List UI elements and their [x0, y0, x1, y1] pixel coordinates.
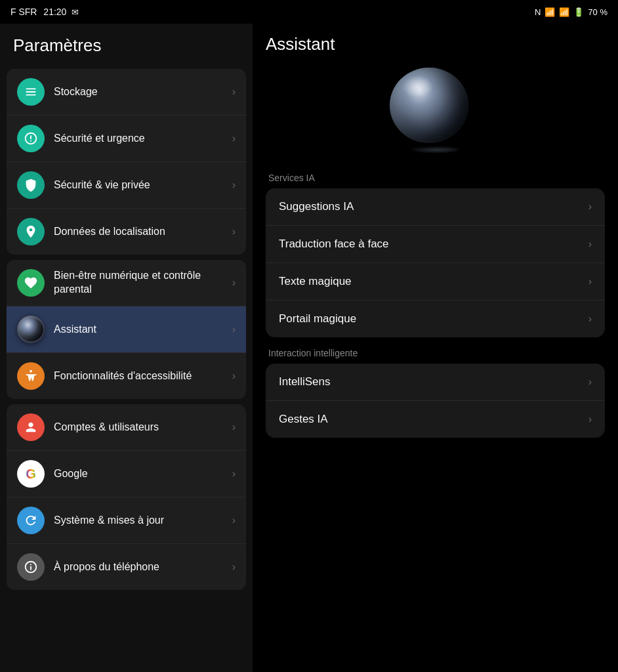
sidebar-item-localisation-label: Données de localisation: [54, 225, 232, 239]
sidebar-item-google-label: Google: [54, 467, 232, 481]
assistant-icon: [17, 316, 45, 343]
orb-sphere: [390, 68, 468, 143]
intellisens-label: IntelliSens: [279, 375, 588, 388]
sidebar-item-systeme-label: Système & mises à jour: [54, 514, 232, 528]
assistant-content: Assistant Services IA Suggestions IA › T…: [253, 24, 618, 672]
status-bar: F SFR 21:20 ✉ N 📶 📶 🔋 70 %: [0, 0, 618, 24]
sidebar-item-securite-urgence-label: Sécurité et urgence: [54, 132, 232, 146]
portail-magique-label: Portail magique: [279, 312, 588, 326]
securite-vie-icon: [17, 171, 45, 199]
chevron-icon: ›: [232, 468, 236, 480]
interaction-group: IntelliSens › Gestes IA ›: [266, 364, 605, 438]
sidebar-item-systeme[interactable]: Système & mises à jour ›: [7, 497, 246, 544]
sidebar-title: Paramètres: [0, 24, 253, 66]
sidebar-item-accessibilite-label: Fonctionnalités d'accessibilité: [54, 369, 232, 383]
sidebar-item-google[interactable]: G Google ›: [7, 451, 246, 497]
sidebar-group-2: Bien-être numérique et contrôle parental…: [7, 260, 246, 399]
section-interaction-label: Interaction intelligente: [268, 348, 605, 358]
sidebar-item-assistant-label: Assistant: [54, 323, 232, 337]
sidebar-item-localisation[interactable]: Données de localisation ›: [7, 209, 246, 255]
sidebar-group-3: Comptes & utilisateurs › G Google › Syst…: [7, 404, 246, 590]
accessibilite-icon: [17, 362, 45, 390]
a-propos-icon: [17, 553, 45, 581]
sidebar-group-1: Stockage › Sécurité et urgence ›: [7, 69, 246, 255]
chevron-icon: ›: [232, 514, 236, 526]
chevron-icon: ›: [232, 277, 236, 289]
card-item-gestes-ia[interactable]: Gestes IA ›: [266, 401, 605, 438]
sidebar-item-assistant[interactable]: Assistant ›: [7, 306, 246, 353]
section-services-ia-label: Services IA: [268, 173, 605, 183]
chevron-icon: ›: [588, 238, 592, 250]
battery-label: 70 %: [588, 7, 608, 17]
chevron-icon: ›: [588, 276, 592, 287]
stockage-icon: [17, 78, 45, 106]
chevron-icon: ›: [588, 313, 592, 325]
card-item-suggestions-ia[interactable]: Suggestions IA ›: [266, 188, 605, 226]
services-ia-group: Suggestions IA › Traduction face à face …: [266, 188, 605, 337]
signal-icon: 📶: [559, 7, 569, 17]
chevron-icon: ›: [232, 561, 236, 573]
sidebar-item-stockage-label: Stockage: [54, 85, 232, 99]
google-icon: G: [17, 460, 45, 488]
card-item-texte-magique[interactable]: Texte magique ›: [266, 263, 605, 301]
sidebar: Paramètres Stockage › Sécurité et ur: [0, 24, 253, 672]
chevron-icon: ›: [232, 86, 236, 98]
chevron-icon: ›: [588, 201, 592, 213]
status-right: N 📶 📶 🔋 70 %: [535, 7, 608, 17]
sidebar-item-bien-etre-label: Bien-être numérique et contrôle parental: [54, 269, 232, 297]
texte-magique-label: Texte magique: [279, 275, 588, 288]
sidebar-item-accessibilite[interactable]: Fonctionnalités d'accessibilité ›: [7, 353, 246, 399]
assistant-orb-container: [266, 68, 605, 153]
chevron-icon: ›: [588, 376, 592, 388]
sidebar-item-securite-vie[interactable]: Sécurité & vie privée ›: [7, 162, 246, 209]
chevron-icon: ›: [232, 421, 236, 433]
chevron-icon: ›: [232, 324, 236, 335]
main-layout: Paramètres Stockage › Sécurité et ur: [0, 0, 618, 672]
orb-reflection: [409, 146, 462, 154]
wifi-icon: 📶: [545, 7, 555, 17]
securite-urgence-icon: [17, 125, 45, 152]
chevron-icon: ›: [588, 413, 592, 425]
nfc-icon: N: [535, 7, 541, 17]
assistant-orb: [390, 68, 482, 153]
localisation-icon: [17, 218, 45, 245]
chevron-icon: ›: [232, 133, 236, 144]
systeme-icon: [17, 507, 45, 534]
sidebar-item-a-propos-label: À propos du téléphone: [54, 560, 232, 574]
sidebar-item-comptes[interactable]: Comptes & utilisateurs ›: [7, 404, 246, 451]
chevron-icon: ›: [232, 370, 236, 382]
traduction-face-label: Traduction face à face: [279, 238, 588, 251]
chevron-icon: ›: [232, 226, 236, 238]
message-icon: ✉: [72, 7, 79, 17]
content-title: Assistant: [266, 34, 605, 54]
carrier-label: F SFR: [10, 7, 37, 17]
gestes-ia-label: Gestes IA: [279, 413, 588, 426]
sidebar-item-stockage[interactable]: Stockage ›: [7, 69, 246, 116]
bien-etre-icon: [17, 269, 45, 297]
sidebar-item-a-propos[interactable]: À propos du téléphone ›: [7, 544, 246, 590]
time-label: 21:20: [43, 7, 66, 17]
chevron-icon: ›: [232, 179, 236, 191]
card-item-portail-magique[interactable]: Portail magique ›: [266, 301, 605, 337]
sidebar-item-securite-vie-label: Sécurité & vie privée: [54, 178, 232, 192]
status-carrier-time: F SFR 21:20 ✉: [10, 7, 79, 17]
sidebar-item-bien-etre[interactable]: Bien-être numérique et contrôle parental…: [7, 260, 246, 306]
suggestions-ia-label: Suggestions IA: [279, 200, 588, 213]
card-item-traduction-face[interactable]: Traduction face à face ›: [266, 226, 605, 263]
battery-icon: 🔋: [573, 7, 584, 17]
sidebar-item-securite-urgence[interactable]: Sécurité et urgence ›: [7, 116, 246, 162]
sidebar-item-comptes-label: Comptes & utilisateurs: [54, 421, 232, 434]
comptes-icon: [17, 413, 45, 441]
card-item-intellisens[interactable]: IntelliSens ›: [266, 364, 605, 401]
